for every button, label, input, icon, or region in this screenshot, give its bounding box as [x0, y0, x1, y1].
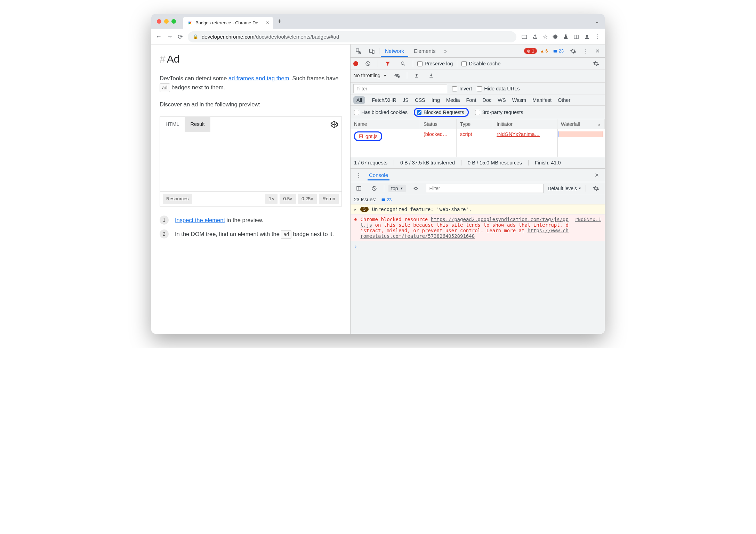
menu-icon[interactable]: ⋮: [595, 33, 601, 40]
col-waterfall[interactable]: Waterfall▲: [557, 119, 605, 129]
maximize-window-button[interactable]: [171, 19, 176, 24]
profile-icon[interactable]: [584, 34, 590, 40]
device-toggle-icon[interactable]: [366, 47, 378, 56]
log-levels-select[interactable]: Default levels▼: [548, 186, 581, 191]
rerun-button[interactable]: Rerun: [319, 194, 339, 204]
type-doc[interactable]: Doc: [479, 96, 494, 104]
console-clear-icon[interactable]: [369, 184, 380, 193]
type-css[interactable]: CSS: [412, 96, 428, 104]
type-other[interactable]: Other: [555, 96, 573, 104]
info-count[interactable]: 23: [551, 48, 566, 54]
network-conditions-icon[interactable]: [391, 72, 403, 79]
minimize-window-button[interactable]: [164, 19, 169, 24]
hide-data-urls-checkbox[interactable]: Hide data URLs: [477, 86, 520, 91]
status-indicators[interactable]: ⊗1 ▲6 23: [524, 48, 566, 54]
settings-icon[interactable]: [567, 47, 579, 56]
table-row[interactable]: gpt.js (blocked… script rNdGNYx?anima…: [351, 129, 557, 157]
console-warning-row[interactable]: ▸ 5 Unrecognized feature: 'web-share'.: [351, 204, 605, 215]
console-filter-input[interactable]: [426, 184, 544, 193]
third-party-checkbox[interactable]: 3rd-party requests: [475, 110, 523, 115]
console-menu-icon[interactable]: ⋮: [353, 171, 364, 179]
zoom-025x-button[interactable]: 0.25×: [298, 194, 317, 204]
inspect-element-link[interactable]: Inspect the element: [175, 217, 225, 223]
warning-count[interactable]: ▲6: [538, 48, 550, 54]
screenshot-icon[interactable]: [521, 34, 528, 40]
ad-frames-link[interactable]: ad frames and tag them: [228, 75, 289, 81]
filter-toggle-icon[interactable]: [382, 59, 393, 68]
zoom-1x-button[interactable]: 1×: [265, 194, 278, 204]
type-js[interactable]: JS: [400, 96, 412, 104]
svg-point-3: [586, 35, 588, 37]
close-drawer-icon[interactable]: ✕: [592, 171, 602, 179]
resources-button[interactable]: Resources: [163, 194, 192, 204]
preview-tab-html[interactable]: HTML: [160, 117, 185, 132]
type-fetch[interactable]: Fetch/XHR: [369, 96, 400, 104]
preview-tab-result[interactable]: Result: [185, 117, 210, 132]
new-tab-button[interactable]: +: [278, 17, 282, 25]
extensions-icon[interactable]: [553, 34, 558, 40]
svg-line-14: [404, 64, 405, 65]
context-selector[interactable]: top▼: [388, 185, 406, 192]
forward-button[interactable]: →: [167, 33, 173, 40]
zoom-05x-button[interactable]: 0.5×: [280, 194, 296, 204]
col-type[interactable]: Type: [457, 119, 493, 129]
browser-tab[interactable]: Badges reference - Chrome De ×: [183, 17, 273, 29]
console-prompt[interactable]: ›: [351, 241, 605, 252]
close-tab-icon[interactable]: ×: [266, 20, 269, 26]
labs-icon[interactable]: [563, 34, 569, 40]
type-img[interactable]: Img: [428, 96, 443, 104]
error-source-link[interactable]: rNdGNYx:1: [575, 217, 601, 239]
type-wasm[interactable]: Wasm: [509, 96, 530, 104]
tabs-dropdown-icon[interactable]: ⌄: [595, 19, 599, 24]
preserve-log-checkbox[interactable]: Preserve log: [417, 61, 453, 66]
download-har-icon[interactable]: [426, 71, 436, 80]
console-error-row[interactable]: ⊗ Chrome blocked resource https://pagead…: [351, 215, 605, 241]
bookmark-icon[interactable]: ☆: [543, 33, 548, 40]
initiator-link[interactable]: rNdGNYx?anima…: [497, 131, 540, 137]
elements-tab[interactable]: Elements: [410, 45, 440, 57]
col-name[interactable]: Name: [351, 119, 420, 129]
side-panel-icon[interactable]: [573, 34, 579, 40]
svg-rect-0: [522, 35, 527, 39]
kebab-menu-icon[interactable]: ⋮: [580, 47, 591, 55]
more-tabs-icon[interactable]: »: [441, 47, 450, 55]
col-status[interactable]: Status: [420, 119, 457, 129]
blocked-requests-checkbox[interactable]: Blocked Requests: [414, 108, 469, 117]
col-initiator[interactable]: Initiator: [493, 119, 557, 129]
clear-icon[interactable]: [362, 59, 373, 68]
error-count[interactable]: ⊗1: [524, 48, 537, 54]
type-manifest[interactable]: Manifest: [529, 96, 555, 104]
address-bar[interactable]: 🔒 developer.chrome.com/docs/devtools/ele…: [188, 31, 516, 42]
console-sidebar-icon[interactable]: [353, 184, 364, 193]
type-all[interactable]: All: [353, 96, 365, 104]
close-window-button[interactable]: [157, 19, 161, 24]
live-expression-icon[interactable]: [410, 185, 422, 192]
network-settings-icon[interactable]: [590, 59, 602, 68]
svg-rect-8: [369, 49, 373, 52]
network-tab[interactable]: Network: [381, 45, 408, 57]
close-devtools-icon[interactable]: ✕: [593, 47, 603, 55]
type-font[interactable]: Font: [463, 96, 479, 104]
resources-size: 0 B / 15.0 MB resources: [468, 160, 529, 165]
share-icon[interactable]: [532, 34, 538, 40]
expand-icon[interactable]: ▸: [354, 207, 357, 212]
type-ws[interactable]: WS: [494, 96, 509, 104]
type-media[interactable]: Media: [443, 96, 463, 104]
upload-har-icon[interactable]: [411, 71, 422, 80]
invert-checkbox[interactable]: Invert: [452, 86, 472, 91]
console-tab[interactable]: Console: [368, 170, 389, 180]
issues-bar[interactable]: 23 Issues: 23: [351, 195, 605, 204]
disable-cache-checkbox[interactable]: Disable cache: [461, 61, 500, 66]
console-settings-icon[interactable]: [590, 184, 602, 193]
svg-point-15: [398, 76, 400, 78]
codepen-icon[interactable]: [330, 121, 338, 128]
has-blocked-cookies-checkbox[interactable]: Has blocked cookies: [354, 110, 408, 115]
inspect-icon[interactable]: [353, 47, 364, 56]
warning-message: Unrecognized feature: 'web-share'.: [372, 207, 472, 212]
record-button[interactable]: [353, 61, 358, 66]
network-filter-input[interactable]: [353, 84, 447, 93]
throttling-select[interactable]: No throttling▼: [353, 73, 387, 78]
reload-button[interactable]: ⟳: [178, 33, 183, 41]
back-button[interactable]: ←: [155, 33, 162, 40]
search-icon[interactable]: [397, 59, 409, 68]
